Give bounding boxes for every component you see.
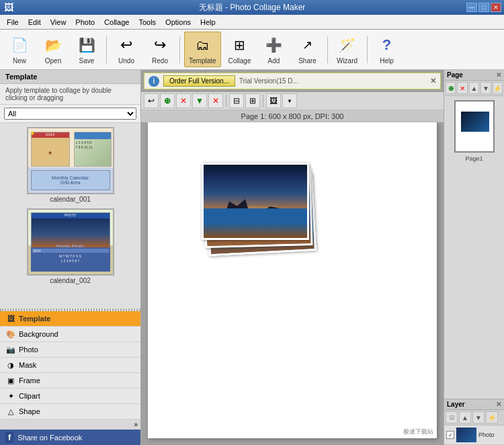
layer-check-button[interactable]: ☑ bbox=[446, 411, 458, 423]
page-del-button[interactable]: ✕ bbox=[457, 82, 467, 94]
help-button[interactable]: ? Help bbox=[372, 32, 403, 67]
toolbar-sep-1 bbox=[106, 36, 107, 63]
save-button[interactable]: 💾 Save bbox=[71, 32, 102, 67]
menu-help[interactable]: Help bbox=[196, 17, 220, 28]
share-label: Share bbox=[298, 57, 317, 65]
layer-up-button[interactable]: ▲ bbox=[459, 411, 471, 423]
sec-down-button[interactable]: ▼ bbox=[192, 93, 207, 108]
sec-sep-1 bbox=[226, 95, 226, 107]
tab-photo[interactable]: 📷 Photo bbox=[0, 342, 140, 358]
page-add-button[interactable]: ⊕ bbox=[446, 82, 456, 94]
template-icon: 🗂 bbox=[192, 34, 213, 56]
wizard-button[interactable]: 🪄 Wizard bbox=[332, 32, 363, 67]
photo-stack[interactable] bbox=[202, 163, 312, 257]
filter-select[interactable]: All Calendar Wedding Birthday Travel bbox=[4, 108, 136, 120]
sec-align1-button[interactable]: ⊟ bbox=[229, 93, 244, 108]
undo-button[interactable]: ↩ Undo bbox=[111, 32, 142, 67]
photo-main-image bbox=[204, 165, 307, 238]
tab-frame[interactable]: ▣ Frame bbox=[0, 373, 140, 389]
order-full-version-button[interactable]: Order Full Version... bbox=[163, 75, 235, 87]
menu-edit[interactable]: Edit bbox=[24, 17, 45, 28]
title-controls: — □ ✕ bbox=[466, 3, 501, 12]
bottom-tabs: 🖼 Template 🎨 Background 📷 Photo ◑ Mask ▣… bbox=[0, 310, 140, 419]
trial-text: Trial Version(15 D... bbox=[239, 77, 298, 85]
toolbar-sep-4 bbox=[367, 36, 368, 63]
panel-desc: Apply template to collage by double clic… bbox=[0, 84, 140, 105]
toolbar-sep-3 bbox=[327, 36, 328, 63]
template-button[interactable]: 🗂 Template bbox=[184, 32, 221, 67]
expand-arrow[interactable]: » bbox=[0, 419, 140, 430]
title-bar: 🖼 无标题 - Photo Collage Maker — □ ✕ bbox=[0, 0, 504, 15]
new-icon: 📄 bbox=[9, 34, 30, 56]
add-label: Add bbox=[268, 57, 280, 65]
open-icon: 📂 bbox=[42, 34, 64, 56]
template-item-cal002[interactable]: PHOTO Family Photo 2014 M T W T F S S1 2… bbox=[27, 208, 114, 284]
info-close-button[interactable]: ✕ bbox=[430, 77, 436, 85]
undo-icon: ↩ bbox=[116, 34, 137, 56]
layer-visibility-check[interactable]: ✓ bbox=[446, 431, 454, 439]
tab-shape-icon: △ bbox=[5, 406, 16, 417]
menu-view[interactable]: View bbox=[46, 17, 71, 28]
menu-file[interactable]: File bbox=[3, 17, 23, 28]
template-list: 2014 ★ 1 2 3 4 5 67 8 9 10 11 Monthly Ca… bbox=[0, 123, 140, 309]
sec-sep-2 bbox=[263, 95, 263, 107]
menu-collage[interactable]: Collage bbox=[100, 17, 133, 28]
layer-dn-button[interactable]: ▼ bbox=[472, 411, 485, 423]
sec-dropdown-button[interactable]: ▼ bbox=[282, 93, 297, 108]
sec-delete-button[interactable]: ✕ bbox=[208, 93, 223, 108]
page-panel-header: Page ✕ bbox=[444, 70, 504, 81]
page-dn-button[interactable]: ▼ bbox=[480, 82, 491, 94]
new-button[interactable]: 📄 New bbox=[4, 32, 35, 67]
open-button[interactable]: 📂 Open bbox=[38, 32, 69, 67]
canvas-white[interactable]: 极速下载站 bbox=[148, 122, 437, 438]
share-facebook-bar[interactable]: f Share on Facebook bbox=[0, 430, 140, 445]
template-item-cal001[interactable]: 2014 ★ 1 2 3 4 5 67 8 9 10 11 Monthly Ca… bbox=[27, 127, 114, 203]
page-panel-close[interactable]: ✕ bbox=[496, 71, 501, 79]
page-up-button[interactable]: ▲ bbox=[469, 82, 479, 94]
page-thumb-1[interactable] bbox=[454, 100, 495, 153]
layer-panel: Layer ✕ ☑ ▲ ▼ ⚡ ✓ Photo bbox=[444, 399, 504, 445]
save-label: Save bbox=[79, 57, 95, 65]
menu-options[interactable]: Options bbox=[161, 17, 195, 28]
tab-clipart-label: Clipart bbox=[19, 392, 40, 400]
page-header-label: Page bbox=[447, 71, 463, 79]
layer-panel-close[interactable]: ✕ bbox=[496, 401, 501, 408]
menu-photo[interactable]: Photo bbox=[71, 17, 99, 28]
tab-background[interactable]: 🎨 Background bbox=[0, 327, 140, 342]
tab-shape[interactable]: △ Shape bbox=[0, 404, 140, 419]
page-refresh-button[interactable]: ⚡ bbox=[493, 82, 503, 94]
page-1-label: Page1 bbox=[465, 155, 482, 162]
panel-header: Template bbox=[0, 70, 140, 84]
photo-layer-front bbox=[202, 163, 309, 240]
tab-mask[interactable]: ◑ Mask bbox=[0, 358, 140, 373]
page-info-text: Page 1: 600 x 800 px, DPI: 300 bbox=[241, 112, 344, 120]
add-button[interactable]: ➕ Add bbox=[259, 32, 290, 67]
share-button[interactable]: ↗ Share bbox=[292, 32, 323, 67]
layer-flash-button[interactable]: ⚡ bbox=[486, 411, 498, 423]
canvas-area: i Order Full Version... Trial Version(15… bbox=[141, 70, 444, 445]
tab-photo-label: Photo bbox=[19, 346, 38, 354]
tab-template-icon: 🖼 bbox=[5, 313, 16, 324]
close-button[interactable]: ✕ bbox=[491, 3, 501, 12]
menu-tools[interactable]: Tools bbox=[134, 17, 160, 28]
tab-background-label: Background bbox=[19, 330, 58, 338]
minimize-button[interactable]: — bbox=[466, 3, 477, 12]
layer-panel-header: Layer ✕ bbox=[444, 399, 504, 410]
redo-label: Redo bbox=[152, 57, 168, 65]
collage-button[interactable]: ⊞ Collage bbox=[224, 32, 256, 67]
sec-add-button[interactable]: ⊕ bbox=[160, 93, 175, 108]
redo-icon: ↪ bbox=[149, 34, 171, 56]
layer-header-label: Layer bbox=[447, 401, 465, 408]
redo-button[interactable]: ↪ Redo bbox=[144, 32, 175, 67]
main-area: Template Apply template to collage by do… bbox=[0, 70, 504, 445]
maximize-button[interactable]: □ bbox=[478, 3, 489, 12]
tab-clipart[interactable]: ✦ Clipart bbox=[0, 389, 140, 404]
sec-close-button[interactable]: ✕ bbox=[176, 93, 191, 108]
sec-photo-button[interactable]: 🖼 bbox=[266, 93, 281, 108]
tab-template-label: Template bbox=[19, 315, 50, 323]
layer-item-photo[interactable]: ✓ Photo bbox=[444, 426, 504, 445]
sec-align2-button[interactable]: ⊞ bbox=[245, 93, 260, 108]
sec-undo-button[interactable]: ↩ bbox=[144, 93, 159, 108]
tab-template[interactable]: 🖼 Template bbox=[0, 311, 140, 327]
page-info: Page 1: 600 x 800 px, DPI: 300 bbox=[141, 110, 444, 122]
